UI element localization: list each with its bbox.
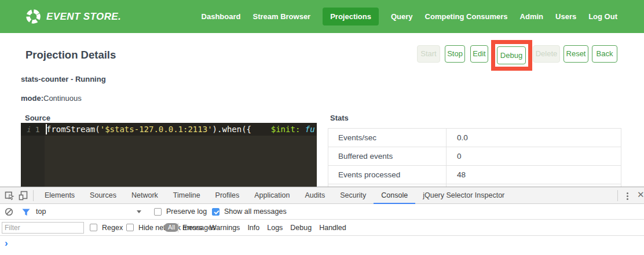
delete-button: Delete [533,45,560,63]
stat-label: Events/sec [328,129,447,147]
mode-label: mode: [21,94,43,103]
filter-logs[interactable]: Logs [267,220,283,236]
nav-item-admin[interactable]: Admin [520,12,543,21]
nav-item-dashboard[interactable]: Dashboard [202,12,241,21]
all-levels-badge[interactable]: All [164,223,179,232]
gutter-line-number: 1 [35,125,40,134]
clear-console-icon[interactable] [5,207,14,217]
nav-item-projections[interactable]: Projections [323,8,379,26]
stop-button[interactable]: Stop [445,45,465,63]
start-button: Start [417,45,440,63]
tab-security[interactable]: Security [332,187,374,204]
tab-timeline[interactable]: Timeline [166,187,208,204]
inspect-element-icon[interactable] [5,191,14,201]
source-section-label: Source [25,114,50,122]
stat-label: Events processed [328,166,447,184]
gutter-info-marker: i [27,125,31,134]
context-dropdown-arrow[interactable] [137,210,141,213]
filter-warnings[interactable]: Warnings [210,220,240,236]
show-all-messages-label[interactable]: Show all messages [224,204,287,220]
page-title: Projection Details [25,49,116,61]
tab-jquery-selector-inspector[interactable]: jQuery Selector Inspector [415,187,512,204]
console-prompt-icon: › [5,238,8,249]
editor-text-cursor [46,124,47,134]
nav-item-query[interactable]: Query [391,12,413,21]
tab-elements[interactable]: Elements [37,187,82,204]
code-segment-string: '$stats-127.0.0.1:2113' [100,125,213,134]
back-button[interactable]: Back [592,45,617,63]
table-row: Events processed 48 [328,166,621,184]
code-segment-keyword: fu [300,125,314,134]
tab-profiles[interactable]: Profiles [208,187,247,204]
table-row: Buffered events 0 [328,147,621,166]
device-toolbar-icon[interactable] [19,191,28,201]
tab-console[interactable]: Console [374,187,415,204]
filter-funnel-icon[interactable] [22,208,32,218]
stat-value: 0.0 [447,129,621,147]
execution-context-selector[interactable]: top [36,204,46,220]
preserve-log-label[interactable]: Preserve log [166,204,207,220]
nav-item-log-out[interactable]: Log Out [588,12,617,21]
stats-section-label: Stats [330,114,349,122]
filter-debug[interactable]: Debug [290,220,312,236]
devtools-tabbar: Elements Sources Network Timeline Profil… [0,187,644,204]
console-filter-row: Regex Hide network messages All Errors W… [0,220,644,236]
stat-value: 48 [447,166,621,184]
code-segment: ).when({ [213,125,271,134]
code-line-1: fromStream('$stats-127.0.0.1:2113').when… [46,123,315,136]
screen: EVENT STORE. Dashboard Stream Browser Pr… [0,0,644,255]
preserve-log-checkbox[interactable] [154,208,162,216]
console-level-filters: Errors Warnings Info Logs Debug Handled [182,220,346,236]
code-segment-property: $init: [271,125,301,134]
devtools-close-icon[interactable]: ✕ [637,190,644,200]
hide-network-messages-checkbox[interactable] [126,224,134,231]
top-navbar: EVENT STORE. Dashboard Stream Browser Pr… [0,0,644,33]
table-row: Events/sec 0.0 [328,129,621,147]
brand-text: EVENT STORE. [46,11,121,23]
devtools-panel: Elements Sources Network Timeline Profil… [0,187,644,255]
toolbar-divider [617,190,618,201]
editor-gutter-line1: i 1 [21,123,45,136]
projection-mode: mode:Continuous [21,94,82,103]
console-toolbar: top Preserve log Show all messages [0,204,644,220]
debug-button[interactable]: Debug [497,46,526,64]
projection-name-status: stats-counter - Running [21,75,106,83]
console-input-area[interactable]: › [0,236,644,255]
tab-sources[interactable]: Sources [82,187,124,204]
filter-input[interactable] [2,222,84,234]
tab-audits[interactable]: Audits [297,187,332,204]
reset-button[interactable]: Reset [564,45,588,63]
nav-item-competing-consumers[interactable]: Competing Consumers [425,12,508,21]
filter-errors[interactable]: Errors [182,220,202,236]
devtools-tabs: Elements Sources Network Timeline Profil… [37,187,512,204]
source-code-editor[interactable]: i 1 fromStream('$stats-127.0.0.1:2113').… [21,123,317,187]
code-segment: fromStream( [46,125,100,134]
eventstore-logo[interactable]: EVENT STORE. [25,0,121,33]
tab-application[interactable]: Application [247,187,297,204]
filter-info[interactable]: Info [247,220,259,236]
regex-checkbox[interactable] [90,224,97,231]
devtools-menu-icon[interactable] [627,192,628,194]
mode-value: Continuous [43,94,82,103]
edit-button[interactable]: Edit [470,45,488,63]
show-all-messages-checkbox[interactable] [212,208,219,216]
eventstore-ring-icon [25,9,41,24]
filter-handled[interactable]: Handled [319,220,346,236]
level-divider [178,223,178,232]
tab-network[interactable]: Network [124,187,166,204]
nav-menu: Dashboard Stream Browser Projections Que… [202,0,617,33]
regex-label[interactable]: Regex [102,220,123,236]
nav-item-users[interactable]: Users [555,12,576,21]
stat-value: 0 [447,147,621,165]
nav-item-stream-browser[interactable]: Stream Browser [253,12,310,21]
toolbar-divider [33,190,34,201]
stat-label: Buffered events [328,147,447,165]
